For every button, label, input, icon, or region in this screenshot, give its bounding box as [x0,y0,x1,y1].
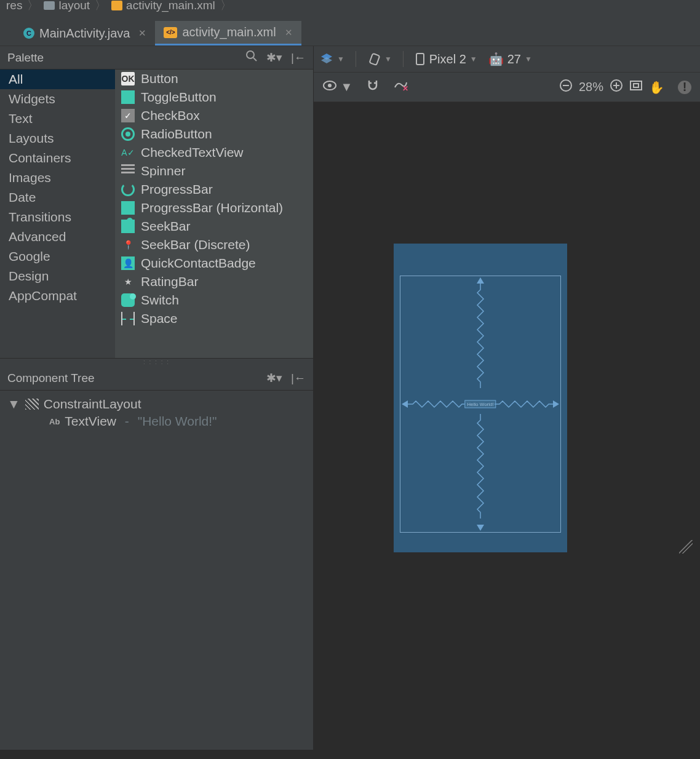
palette-item-checkbox[interactable]: ✓CheckBox [115,106,313,125]
checkedtextview-icon: A✓ [121,146,135,159]
android-icon: 🤖 [488,52,504,66]
palette-item-progressbar-horizontal[interactable]: ProgressBar (Horizontal) [115,199,313,217]
constraint-spring-left [408,400,466,408]
component-tree: ▼ ConstraintLayout Ab TextView - "Hello … [0,391,313,750]
tree-row-textview[interactable]: Ab TextView - "Hello World!" [4,413,309,430]
chevron-down-icon: ▼ [337,55,344,63]
breadcrumb-item-file[interactable]: activity_main.xml [126,0,215,12]
palette-cat-design[interactable]: Design [0,266,115,286]
close-icon[interactable]: ✕ [138,28,146,39]
zoom-out-button[interactable] [559,79,573,95]
magnet-icon[interactable] [366,79,380,95]
design-canvas[interactable]: Hello World! [314,102,700,732]
device-preview[interactable]: Hello World! [394,244,567,552]
collapse-icon[interactable]: |← [291,372,306,385]
svg-marker-3 [321,57,332,63]
palette-cat-widgets[interactable]: Widgets [0,89,115,109]
palette-cat-all[interactable]: All [0,70,115,89]
chevron-down-icon: ▼ [384,55,392,63]
svg-rect-4 [369,54,380,65]
palette-cat-text[interactable]: Text [0,109,115,129]
svg-rect-15 [634,84,638,87]
resize-handle[interactable] [674,535,693,554]
warnings-icon[interactable]: ! [678,81,691,94]
breadcrumb-sep: 〉 [27,0,39,14]
breadcrumb-item-layout[interactable]: layout [58,0,90,12]
palette-item-seekbar[interactable]: SeekBar [115,217,313,236]
constraint-arrow-up-icon [477,277,484,284]
palette-item-progressbar[interactable]: ProgressBar [115,180,313,199]
constraint-arrow-left-icon [402,400,408,408]
togglebutton-icon [121,90,135,104]
design-surface-button[interactable]: ▼ [320,52,344,66]
palette-item-button[interactable]: OKButton [115,70,313,88]
palette-cat-containers[interactable]: Containers [0,148,115,168]
palette-cat-images[interactable]: Images [0,168,115,188]
gear-icon[interactable]: ✱▾ [266,371,282,385]
palette-item-ratingbar[interactable]: ★RatingBar [115,272,313,291]
palette-categories: All Widgets Text Layouts Containers Imag… [0,70,115,358]
tab-activity-main[interactable]: </> activity_main.xml ✕ [155,21,301,46]
search-icon[interactable] [245,50,258,65]
star-icon: ★ [121,275,135,288]
chevron-down-icon: ▼ [470,55,477,63]
svg-rect-14 [630,81,642,90]
tab-label: activity_main.xml [182,25,276,39]
palette-item-spinner[interactable]: Spinner [115,162,313,180]
palette-cat-date[interactable]: Date [0,188,115,207]
orientation-button[interactable]: ▼ [367,52,392,66]
palette-item-radiobutton[interactable]: RadioButton [115,125,313,143]
palette-item-togglebutton[interactable]: ToggleButton [115,88,313,106]
tab-mainactivity[interactable]: C MainActivity.java ✕ [15,21,155,46]
palette-item-switch[interactable]: Switch [115,291,313,309]
constraint-spring-top [476,284,485,394]
collapse-icon[interactable]: |← [291,51,306,65]
palette-item-quickcontactbadge[interactable]: 👤QuickContactBadge [115,254,313,272]
constraint-arrow-right-icon [553,400,559,408]
design-subtoolbar: ▼ ✕ 28% ✋ ! [314,73,700,102]
palette-item-space[interactable]: Space [115,309,313,328]
svg-point-7 [328,84,332,87]
xml-file-icon: </> [164,27,177,38]
gear-icon[interactable]: ✱▾ [266,50,282,65]
zoom-in-button[interactable] [610,79,623,95]
switch-icon [121,293,135,307]
zoom-fit-button[interactable] [629,80,643,94]
split-handle[interactable]: : : : : : [0,359,313,366]
palette-cat-advanced[interactable]: Advanced [0,227,115,247]
palette-cat-layouts[interactable]: Layouts [0,129,115,148]
view-options-button[interactable]: ▼ [322,80,352,94]
tree-row-constraintlayout[interactable]: ▼ ConstraintLayout [4,395,309,413]
pan-icon[interactable]: ✋ [649,80,664,95]
textview-icon: Ab [49,417,60,426]
constraint-layout-bounds[interactable]: Hello World! [400,276,561,533]
breadcrumb-sep: 〉 [95,0,106,14]
palette-item-checkedtextview[interactable]: A✓CheckedTextView [115,143,313,162]
palette-item-seekbar-discrete[interactable]: 📍SeekBar (Discrete) [115,236,313,254]
java-file-icon: C [23,28,34,39]
left-panel: Palette ✱▾ |← All Widgets Text Layouts C… [0,46,314,750]
radiobutton-icon [121,127,135,141]
xml-file-icon [111,1,122,10]
api-selector[interactable]: 🤖 27 ▼ [488,52,532,66]
palette-cat-appcompat[interactable]: AppCompat [0,286,115,306]
progressbar-icon [121,183,135,196]
breadcrumb: res 〉 layout 〉 activity_main.xml 〉 [0,0,700,11]
clear-constraints-icon[interactable]: ✕ [393,79,408,95]
svg-line-1 [253,58,257,61]
component-tree-title: Component Tree [7,372,258,385]
device-selector[interactable]: Pixel 2 ▼ [415,52,477,66]
tab-label: MainActivity.java [39,26,130,41]
palette-cat-transitions[interactable]: Transitions [0,207,115,227]
checkbox-icon: ✓ [121,109,135,122]
svg-text:✕: ✕ [402,84,408,92]
space-icon [121,312,135,325]
hprogressbar-icon [121,201,135,215]
palette-cat-google[interactable]: Google [0,247,115,266]
chevron-down-icon: ▼ [525,55,532,63]
close-icon[interactable]: ✕ [285,27,293,38]
textview-preview[interactable]: Hello World! [464,400,496,408]
palette-header: Palette ✱▾ |← [0,46,313,70]
caret-down-icon[interactable]: ▼ [7,397,20,411]
breadcrumb-item-res[interactable]: res [6,0,22,12]
